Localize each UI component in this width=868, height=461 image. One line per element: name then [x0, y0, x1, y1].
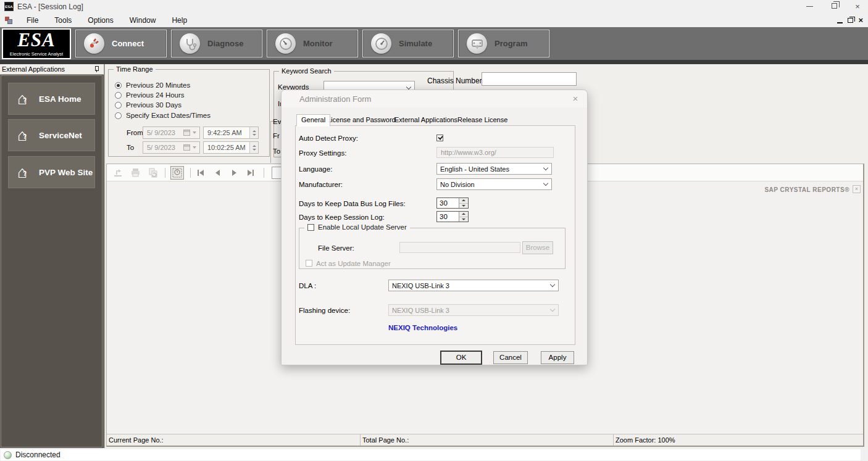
flashing-device-label: Flashing device:: [299, 307, 350, 314]
print-icon[interactable]: [130, 168, 141, 178]
home-icon: ⌂?: [17, 128, 33, 143]
days-session-input[interactable]: [437, 212, 459, 222]
act-update-manager-label: Act as Update Manager: [316, 260, 391, 267]
sidebar-item-servicenet[interactable]: ⌂? ServiceNet: [8, 119, 95, 151]
chevron-down-icon: [193, 146, 196, 149]
mdi-child-icon: [5, 17, 12, 24]
menu-bar: File Tools Options Window Help ×: [0, 13, 868, 27]
radio-previous-30-days[interactable]: Previous 30 Days: [115, 101, 182, 109]
program-button[interactable]: Program: [458, 30, 549, 57]
mdi-close-icon[interactable]: ×: [858, 15, 863, 25]
simulate-button[interactable]: Simulate: [362, 30, 454, 57]
close-button[interactable]: ×: [848, 2, 867, 11]
window-title: ESA - [Session Log]: [17, 2, 83, 11]
to-time-spinner[interactable]: 10:02:25 AM: [203, 141, 259, 154]
monitor-button[interactable]: Monitor: [267, 30, 358, 57]
menu-options[interactable]: Options: [80, 14, 121, 27]
apply-button[interactable]: Apply: [541, 351, 574, 364]
next-page-button[interactable]: [227, 167, 241, 178]
chassis-number-input[interactable]: [482, 72, 577, 86]
spinner-arrows-icon[interactable]: [249, 142, 258, 153]
nexiq-technologies-link[interactable]: NEXIQ Technologies: [388, 324, 457, 331]
tab-license-and-password[interactable]: License and Password: [323, 115, 400, 126]
app-status-bar: Disconnected: [0, 448, 868, 461]
manufacturer-label: Manufacturer:: [299, 181, 343, 188]
auto-detect-proxy-checkbox[interactable]: [436, 135, 443, 141]
tab-external-applications[interactable]: External Applications: [390, 115, 462, 126]
app-icon: ESA: [4, 2, 14, 11]
dialog-title-bar[interactable]: Administration Form ×: [282, 90, 587, 107]
tab-general[interactable]: General: [296, 114, 330, 127]
esa-logo-subtitle: Electronic Service Analyst: [3, 51, 70, 58]
to-date-picker[interactable]: 5/ 9/2023: [143, 141, 200, 154]
diagnose-button[interactable]: Diagnose: [171, 30, 262, 57]
from-date-picker[interactable]: 5/ 9/2023: [143, 127, 200, 139]
days-session-spinner[interactable]: [436, 211, 469, 222]
enable-update-server-checkbox[interactable]: [307, 224, 314, 231]
flashing-device-combo: NEXIQ USB-Link 3: [388, 304, 559, 316]
sidebar-item-esa-home[interactable]: ⌂? ESA Home: [8, 83, 95, 115]
close-icon: ×: [855, 2, 860, 11]
dla-label: DLA :: [299, 282, 316, 289]
manufacturer-combo[interactable]: No Division: [436, 178, 552, 190]
chevron-down-icon: [547, 284, 558, 286]
dla-combo[interactable]: NEXIQ USB-Link 3: [388, 280, 559, 291]
main-toolbar: ESA Electronic Service Analyst Connect D…: [0, 27, 868, 60]
administration-form-dialog: Administration Form × General License an…: [281, 89, 588, 365]
browse-button[interactable]: Browse: [522, 241, 553, 254]
total-page-cell: Total Page No.:: [361, 434, 614, 446]
group-tree-toggle-icon[interactable]: [170, 166, 184, 180]
ok-button[interactable]: OK: [441, 351, 482, 364]
plug-icon: [84, 33, 104, 54]
mdi-minimize-icon[interactable]: [837, 22, 843, 23]
spinner-arrows-icon[interactable]: [459, 198, 468, 208]
first-page-button[interactable]: [194, 167, 207, 178]
spinner-arrows-icon[interactable]: [459, 212, 468, 222]
radio-icon: [115, 102, 122, 109]
connect-label: Connect: [112, 39, 144, 48]
last-page-button[interactable]: [244, 167, 257, 178]
chevron-down-icon: [547, 309, 558, 311]
tab-release-license[interactable]: Release License: [453, 115, 512, 126]
dialog-close-icon[interactable]: ×: [570, 93, 581, 104]
chevron-down-icon: [193, 131, 196, 134]
menu-tools[interactable]: Tools: [46, 14, 80, 27]
home-icon: ⌂?: [17, 91, 33, 106]
gauge-icon: [371, 33, 391, 54]
sidebar-header: External Applications: [0, 64, 104, 75]
previous-page-button[interactable]: [211, 167, 224, 178]
days-databus-spinner[interactable]: [436, 197, 469, 209]
menu-help[interactable]: Help: [164, 14, 195, 27]
spinner-arrows-icon[interactable]: [249, 127, 258, 138]
minimize-icon: [806, 6, 813, 7]
refresh-copy-icon[interactable]: [148, 168, 159, 178]
from-label: From: [127, 129, 143, 136]
restore-button[interactable]: [825, 2, 843, 11]
brand-close-icon[interactable]: ×: [853, 185, 861, 193]
pin-icon[interactable]: [94, 66, 99, 72]
enable-update-server-label: Enable Local Update Server: [318, 223, 407, 231]
sidebar-header-label: External Applications: [0, 65, 65, 73]
monitor-label: Monitor: [303, 39, 333, 48]
act-update-manager-checkbox[interactable]: [306, 260, 312, 267]
days-databus-label: Days to Keep Data Bus Log Files:: [299, 200, 406, 207]
menu-file[interactable]: File: [19, 14, 46, 27]
mdi-restore-icon[interactable]: [848, 18, 853, 23]
sidebar-item-pvp-web-site[interactable]: ⌂? PVP Web Site: [8, 156, 95, 188]
radio-icon: [115, 82, 122, 89]
menu-window[interactable]: Window: [122, 14, 164, 27]
toolbar-separator: [264, 168, 264, 178]
proxy-settings-label: Proxy Settings:: [299, 149, 346, 157]
simulate-label: Simulate: [399, 39, 432, 48]
export-icon[interactable]: [113, 168, 124, 178]
restore-icon: [832, 3, 837, 9]
from-time-spinner[interactable]: 9:42:25 AM: [203, 127, 259, 139]
connect-button[interactable]: Connect: [75, 30, 167, 57]
radio-previous-20-minutes[interactable]: Previous 20 Minutes: [115, 81, 190, 89]
cancel-button[interactable]: Cancel: [493, 351, 528, 364]
minimize-button[interactable]: [800, 2, 819, 11]
language-combo[interactable]: English - United States: [436, 163, 552, 175]
radio-specify-exact-dates[interactable]: Specify Exact Dates/Times: [115, 112, 211, 119]
radio-previous-24-hours[interactable]: Previous 24 Hours: [115, 91, 185, 99]
days-databus-input[interactable]: [437, 198, 459, 208]
